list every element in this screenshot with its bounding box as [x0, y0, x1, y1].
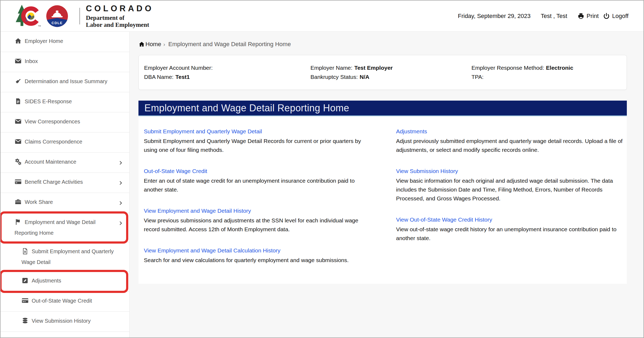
link-block-adjustments: Adjustments Adjust previously submitted …	[396, 127, 624, 154]
flag-icon	[14, 218, 22, 228]
breadcrumb-current: Employment and Wage Detail Reporting Hom…	[168, 41, 291, 48]
svg-text:CDLE: CDLE	[52, 21, 63, 25]
logo-dept-name: Department of Labor and Employment	[86, 14, 154, 28]
app-window: TM CDLE COLORADO Department of Labor and…	[0, 0, 644, 338]
breadcrumb: Home › Employment and Wage Detail Report…	[138, 39, 627, 50]
sidebar-item-account-maintenance[interactable]: Account Maintenance	[1, 153, 129, 173]
sidebar-item-submit-employment-quarterly-wage-detail[interactable]: Submit Employment and Quarterly Wage Det…	[1, 242, 129, 271]
link-block-out-of-state-wage-credit: Out-of-State Wage Credit Enter an out of…	[144, 167, 375, 194]
top-header: TM CDLE COLORADO Department of Labor and…	[1, 1, 643, 32]
gears-icon	[14, 158, 22, 168]
link-description: View basic information for each original…	[396, 176, 624, 203]
sidebar-item-inbox[interactable]: Inbox	[1, 52, 129, 72]
link-description: View previous submissions and adjustment…	[144, 216, 375, 234]
sidebar-item-work-share[interactable]: Work Share	[1, 193, 129, 213]
document-icon	[14, 98, 22, 108]
view-employment-wage-detail-history-link[interactable]: View Employment and Wage Detail History	[144, 206, 375, 215]
link-description: Search for and view calculations for qua…	[144, 256, 375, 264]
link-description: Adjust previously submitted employment a…	[396, 137, 624, 154]
sidebar-item-employer-home[interactable]: Employer Home	[1, 32, 129, 52]
dba-name: DBA Name:Test1	[144, 72, 310, 82]
breadcrumb-separator-icon: ›	[163, 41, 165, 47]
sidebar-item-employment-wage-detail-reporting-home[interactable]: Employment and Wage Detail Reporting Hom…	[1, 213, 129, 242]
main-content: Home › Employment and Wage Detail Report…	[130, 32, 643, 337]
employer-account-number: Employer Account Number:	[144, 63, 310, 72]
breadcrumb-home-link[interactable]: Home	[138, 41, 161, 48]
link-description: Enter an out of state wage credit for an…	[144, 176, 375, 194]
reporting-links-panel: Submit Employment and Quarterly Wage Det…	[138, 116, 627, 284]
database-icon	[21, 317, 29, 327]
bankruptcy-status: Bankruptcy Status:N/A	[310, 72, 471, 82]
link-description: Submit Employment and Quarterly Wage Det…	[144, 137, 375, 154]
sidebar-item-benefit-charge-activities[interactable]: Benefit Charge Activities	[1, 173, 129, 193]
logoff-button[interactable]: Logoff	[603, 13, 628, 20]
sidebar-item-adjustments[interactable]: Adjustments	[1, 271, 129, 292]
employer-response-method: Employer Response Method:Electronic	[471, 63, 627, 72]
link-block-view-out-of-state-history: View Out-of-State Wage Credit History Vi…	[396, 215, 624, 243]
link-block-view-submission-history: View Submission History View basic infor…	[396, 167, 624, 203]
printer-icon	[577, 13, 584, 20]
view-out-of-state-wage-credit-history-link[interactable]: View Out-of-State Wage Credit History	[396, 215, 624, 224]
home-icon	[14, 37, 22, 47]
section-title-bar: Employment and Wage Detail Reporting Hom…	[138, 101, 627, 116]
adjustments-link[interactable]: Adjustments	[396, 127, 624, 136]
chevron-right-icon	[118, 159, 123, 168]
print-button[interactable]: Print	[577, 13, 599, 20]
employer-info-card: Employer Account Number: DBA Name:Test1 …	[138, 55, 627, 90]
colorado-cdle-emblem-icon: TM CDLE	[14, 3, 73, 29]
credit-card-icon	[21, 297, 29, 307]
link-block-view-wage-detail-history: View Employment and Wage Detail History …	[144, 206, 375, 234]
chevron-right-icon	[118, 179, 123, 188]
sidebar-nav: Employer Home Inbox Determination and Is…	[1, 32, 130, 337]
link-description: View out-of-state wage credit history fo…	[396, 225, 624, 243]
chevron-right-icon	[118, 219, 123, 229]
envelope-icon	[14, 118, 22, 128]
sidebar-item-view-submission-history[interactable]: View Submission History	[1, 312, 129, 332]
briefcase-icon	[14, 198, 22, 208]
links-column-left: Submit Employment and Quarterly Wage Det…	[144, 127, 375, 277]
sidebar-item-view-correspondences[interactable]: View Correspondences	[1, 112, 129, 133]
chevron-right-icon	[118, 199, 123, 208]
link-block-submit-wage-detail: Submit Employment and Quarterly Wage Det…	[144, 127, 375, 154]
envelope-icon	[14, 57, 22, 67]
link-block-view-calculation-history: View Employment and Wage Detail Calculat…	[144, 246, 375, 264]
file-excel-icon	[21, 248, 29, 258]
power-icon	[603, 13, 610, 20]
logo-state-name: COLORADO	[86, 4, 154, 13]
credit-card-icon	[14, 178, 22, 188]
view-submission-history-link[interactable]: View Submission History	[396, 167, 624, 175]
tpa: TPA:	[471, 72, 627, 82]
home-icon	[138, 41, 145, 47]
current-date: Friday, September 29, 2023	[458, 13, 530, 20]
sidebar-item-out-of-state-wage-credit[interactable]: Out-of-State Wage Credit	[1, 292, 129, 312]
envelope-icon	[14, 138, 22, 148]
sidebar-item-determination-issue-summary[interactable]: Determination and Issue Summary	[1, 72, 129, 92]
logged-in-user: Test , Test	[541, 13, 567, 20]
employer-name: Employer Name:Test Employer	[310, 63, 471, 72]
gavel-icon	[14, 78, 22, 87]
section-title: Employment and Wage Detail Reporting Hom…	[144, 102, 349, 113]
out-of-state-wage-credit-link[interactable]: Out-of-State Wage Credit	[144, 167, 375, 175]
pen-square-icon	[21, 277, 29, 287]
submit-employment-quarterly-wage-detail-link[interactable]: Submit Employment and Quarterly Wage Det…	[144, 127, 375, 136]
cdle-logo: TM CDLE COLORADO Department of Labor and…	[14, 3, 154, 29]
sidebar-item-claims-correspondence[interactable]: Claims Correspondence	[1, 133, 129, 153]
links-column-right: Adjustments Adjust previously submitted …	[396, 127, 624, 277]
svg-text:TM: TM	[38, 25, 41, 27]
sidebar-item-sides-e-response[interactable]: SIDES E-Response	[1, 92, 129, 112]
logo-divider	[79, 8, 80, 24]
view-employment-wage-detail-calculation-history-link[interactable]: View Employment and Wage Detail Calculat…	[144, 246, 375, 255]
sidebar-item-view-employment-wage-detail-history[interactable]: View Employment and Wage Detail History	[1, 332, 129, 338]
